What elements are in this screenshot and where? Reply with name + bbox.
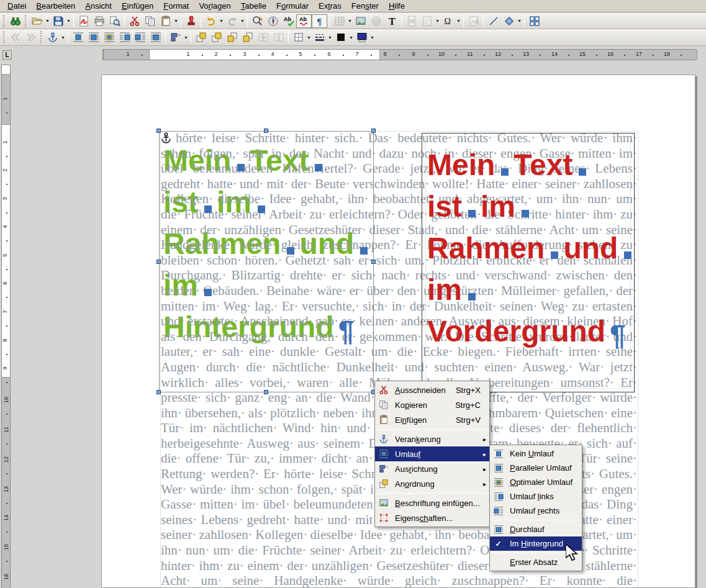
menubar-item-fenster[interactable]: Fenster bbox=[346, 0, 384, 12]
menu-item-label: Verankerung bbox=[392, 435, 489, 444]
menubar-item-bearbeiten[interactable]: Bearbeiten bbox=[31, 0, 80, 12]
basic-shapes-button[interactable] bbox=[501, 14, 517, 28]
open-button[interactable] bbox=[29, 14, 45, 28]
toolbar-grip[interactable] bbox=[40, 31, 43, 43]
line-style-button[interactable] bbox=[312, 30, 327, 44]
menu-item-wrap-parallel[interactable]: Paralleler Umlauf bbox=[490, 461, 582, 475]
vruler-tick bbox=[6, 240, 7, 242]
selection-handle[interactable] bbox=[371, 129, 376, 133]
menubar-item-einfuegen[interactable]: Einfügen bbox=[117, 0, 158, 12]
special-character-button[interactable]: Ω bbox=[440, 14, 456, 28]
insert-image-button[interactable] bbox=[353, 14, 368, 28]
ruler-margin-segment[interactable] bbox=[2, 377, 10, 588]
find-button[interactable] bbox=[7, 14, 23, 28]
format-paintbrush-button[interactable] bbox=[183, 14, 199, 28]
text-frame-right[interactable] bbox=[422, 133, 635, 392]
menu-item-wrap[interactable]: Umlauf▸ bbox=[375, 446, 489, 461]
menu-item-paste[interactable]: EinfügenStrg+V bbox=[375, 412, 489, 427]
selection-handle[interactable] bbox=[156, 390, 161, 394]
menu-item-properties[interactable]: Eigenschaften... bbox=[375, 510, 489, 525]
open-dropdown-arrow[interactable]: ▼ bbox=[45, 14, 50, 28]
alignment-button[interactable] bbox=[168, 30, 183, 44]
send-to-back-button[interactable] bbox=[240, 30, 255, 44]
svg-text:¶: ¶ bbox=[317, 16, 322, 26]
toolbar-grip[interactable] bbox=[25, 15, 27, 27]
special-character-dropdown-arrow[interactable]: ▼ bbox=[456, 14, 461, 28]
export-pdf-button[interactable] bbox=[76, 14, 91, 28]
menu-item-insert-caption[interactable]: Beschriftung einfügen... bbox=[375, 495, 489, 510]
background-color-button[interactable] bbox=[354, 30, 369, 44]
alignment-dropdown-arrow[interactable]: ▼ bbox=[183, 30, 189, 44]
navigator-button[interactable] bbox=[265, 14, 281, 28]
basic-shapes-dropdown-arrow[interactable]: ▼ bbox=[517, 14, 522, 28]
insert-textbox-button[interactable]: T bbox=[384, 14, 399, 28]
selection-handle[interactable] bbox=[264, 390, 268, 394]
selection-handle[interactable] bbox=[156, 260, 161, 264]
save-dropdown-arrow[interactable]: ▼ bbox=[66, 14, 71, 28]
wrap-none-button[interactable] bbox=[70, 30, 86, 44]
tab-stop-selector[interactable]: L bbox=[2, 50, 12, 60]
hruler-tick bbox=[258, 55, 260, 56]
page-preview-button[interactable] bbox=[107, 14, 122, 28]
formatting-marks-button[interactable]: ¶ bbox=[312, 14, 327, 28]
toolbar-grip[interactable] bbox=[3, 15, 6, 27]
cut-button[interactable] bbox=[127, 14, 142, 28]
menu-item-wrap-optimal[interactable]: Optimaler Umlauf bbox=[490, 475, 582, 489]
text-frame-left[interactable] bbox=[159, 131, 374, 392]
copy-button[interactable] bbox=[142, 14, 158, 28]
menubar-item-extras[interactable]: Extras bbox=[314, 0, 346, 12]
find-replace-button[interactable] bbox=[250, 14, 265, 28]
menubar-item-ansicht[interactable]: Ansicht bbox=[80, 0, 117, 12]
menu-item-cut[interactable]: AusschneidenStrg+X bbox=[375, 382, 489, 397]
selection-handle[interactable] bbox=[371, 260, 376, 264]
menubar-item-datei[interactable]: Datei bbox=[2, 0, 31, 12]
borders-dropdown-arrow[interactable]: ▼ bbox=[306, 30, 312, 44]
menubar-item-vorlagen[interactable]: Vorlagen bbox=[194, 0, 235, 12]
context-menu: AusschneidenStrg+XKopierenStrg+CEinfügen… bbox=[374, 381, 490, 527]
toolbar-grip[interactable] bbox=[3, 31, 6, 43]
back-one-button[interactable] bbox=[224, 30, 240, 44]
menu-item-wrap-right[interactable]: Umlauf rechts bbox=[490, 504, 582, 518]
selection-handle[interactable] bbox=[156, 129, 161, 133]
menu-item-wrap-through[interactable]: Durchlauf bbox=[490, 522, 582, 536]
menubar-item-tabelle[interactable]: Tabelle bbox=[236, 0, 271, 12]
menu-item-copy[interactable]: KopierenStrg+C bbox=[375, 397, 489, 412]
undo-dropdown-arrow[interactable]: ▼ bbox=[219, 14, 224, 28]
bring-to-front-button[interactable] bbox=[193, 30, 209, 44]
menubar-item-format[interactable]: Format bbox=[158, 0, 194, 12]
border-color-button[interactable] bbox=[333, 30, 348, 44]
auto-spellcheck-button[interactable]: Ab bbox=[296, 14, 312, 28]
vruler-tick bbox=[6, 184, 7, 185]
menu-item-wrap-none[interactable]: Kein Umlauf bbox=[490, 446, 582, 461]
wrap-right-button[interactable] bbox=[132, 30, 148, 44]
menubar-item-hilfe[interactable]: Hilfe bbox=[384, 0, 410, 12]
menu-item-anchoring[interactable]: Verankerung▸ bbox=[375, 432, 489, 446]
insert-line-button[interactable] bbox=[486, 14, 501, 28]
wrap-left-button[interactable] bbox=[117, 30, 132, 44]
paste-dropdown-arrow[interactable]: ▼ bbox=[173, 14, 179, 28]
print-button[interactable] bbox=[91, 14, 107, 28]
wrap-optimal-button[interactable] bbox=[101, 30, 117, 44]
gallery-button[interactable] bbox=[527, 14, 542, 28]
selection-handle[interactable] bbox=[264, 129, 268, 133]
anchor-dropdown-arrow[interactable]: ▼ bbox=[60, 30, 66, 44]
vertical-ruler[interactable]: 112345678910111213141516 bbox=[1, 65, 11, 588]
spellcheck-button[interactable]: Ab bbox=[281, 14, 296, 28]
paste-button[interactable] bbox=[158, 14, 173, 28]
wrap-through-button[interactable] bbox=[148, 30, 163, 44]
wrap-parallel-button[interactable] bbox=[86, 30, 101, 44]
menubar-item-formular[interactable]: Formular bbox=[271, 0, 314, 12]
forward-one-button[interactable] bbox=[209, 30, 224, 44]
menu-item-arrange[interactable]: Anordnung▸ bbox=[375, 476, 489, 491]
line-style-dropdown-arrow[interactable]: ▼ bbox=[327, 30, 333, 44]
insert-field-button bbox=[419, 14, 435, 28]
menu-item-alignment[interactable]: Ausrichtung▸ bbox=[375, 461, 489, 476]
borders-button[interactable] bbox=[291, 30, 306, 44]
border-color-dropdown-arrow[interactable]: ▼ bbox=[348, 30, 354, 44]
save-button[interactable] bbox=[50, 14, 66, 28]
horizontal-ruler[interactable]: 1123456789101112131415161718 bbox=[102, 49, 697, 60]
anchor-button[interactable] bbox=[45, 30, 60, 44]
menu-item-wrap-left[interactable]: Umlauf links bbox=[490, 489, 582, 504]
background-color-dropdown-arrow[interactable]: ▼ bbox=[369, 30, 375, 44]
undo-button[interactable] bbox=[203, 14, 219, 28]
